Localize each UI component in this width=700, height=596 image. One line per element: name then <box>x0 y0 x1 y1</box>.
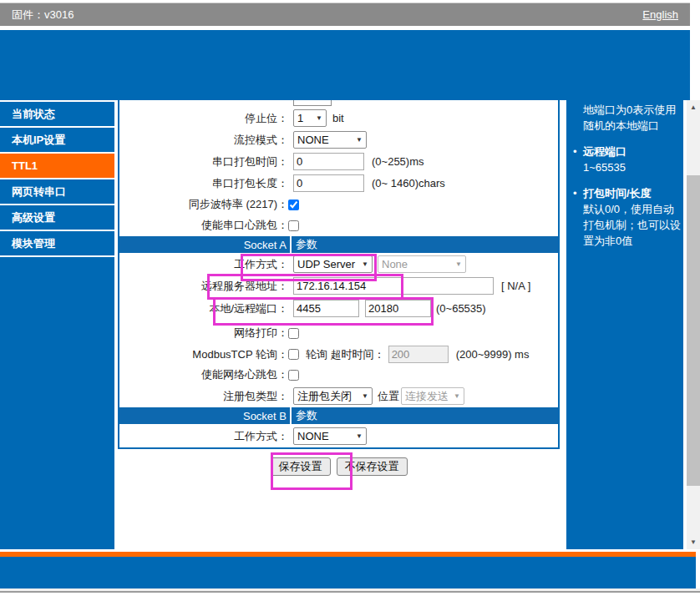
socket-a-subtitle: 参数 <box>290 236 558 253</box>
socket-a-title: Socket A <box>119 239 290 251</box>
footer-banner <box>0 557 696 588</box>
row-ports: 本地/远程端口： (0~65535) <box>119 300 558 317</box>
row-work-mode-b: 工作方式： NONE ▼ <box>119 427 558 445</box>
chevron-down-icon: ▼ <box>362 392 368 400</box>
row-flow-control: 流控模式： NONE ▼ <box>119 131 558 149</box>
modbus-label: ModbusTCP 轮询： <box>119 347 288 362</box>
pack-time-input[interactable] <box>293 153 364 170</box>
remote-server-hint: [ N/A ] <box>501 280 530 292</box>
pack-length-input[interactable] <box>293 174 364 192</box>
work-mode-a-label: 工作方式： <box>119 257 288 272</box>
flow-control-select[interactable]: NONE ▼ <box>293 131 367 149</box>
save-settings-button[interactable]: 保存设置 <box>271 457 331 476</box>
stop-bits-select[interactable]: 1 ▼ <box>293 109 327 127</box>
work-mode-a-select[interactable]: UDP Server ▼ <box>293 255 373 273</box>
sidebar-nav: 当前状态 本机IP设置 TTL1 网页转串口 高级设置 模块管理 <box>0 100 114 549</box>
modbus-timeout-input <box>388 346 449 363</box>
truncated-select[interactable] <box>293 100 332 106</box>
row-serial-heartbeat: 使能串口心跳包： <box>119 219 558 232</box>
ports-label: 本地/远程端口： <box>119 301 288 316</box>
socket-b-header: Socket B 参数 <box>119 407 558 424</box>
sidebar-item-local-ip[interactable]: 本机IP设置 <box>0 128 114 154</box>
net-heartbeat-checkbox[interactable] <box>288 370 299 381</box>
chevron-down-icon: ▼ <box>362 260 368 268</box>
pack-time-label: 串口打包时间： <box>119 154 288 169</box>
pack-time-hint: (0~255)ms <box>372 155 424 168</box>
settings-form-panel: 停止位： 1 ▼ bit 流控模式： NONE ▼ 串口打包时间： (0~255… <box>118 100 560 449</box>
chevron-down-icon: ▼ <box>455 260 462 268</box>
modbus-timeout-label: 轮询 超时时间： <box>306 347 385 362</box>
firmware-version-label: 固件：v3016 <box>12 8 74 23</box>
pack-length-label: 串口打包长度： <box>119 176 288 191</box>
chevron-down-icon: ▼ <box>356 432 363 440</box>
help-sidebar: 地端口为0表示使用 随机的本地端口 • 远程端口 1~65535 • 打包时间/… <box>566 100 683 549</box>
flow-control-label: 流控模式： <box>119 133 288 148</box>
scrollbar-thumb[interactable] <box>687 175 700 486</box>
row-sync-baud: 同步波特率 (2217)： <box>119 198 558 211</box>
reg-packet-label: 注册包类型： <box>119 389 288 404</box>
chevron-down-icon: ▼ <box>356 136 363 144</box>
bullet-icon: • <box>573 144 577 159</box>
chevron-down-icon: ▼ <box>316 114 322 122</box>
sidebar-item-module-manage[interactable]: 模块管理 <box>0 231 114 257</box>
work-mode-a-secondary-select: None ▼ <box>378 255 466 273</box>
socket-b-title: Socket B <box>119 410 290 422</box>
row-modbus: ModbusTCP 轮询： 轮询 超时时间： (200~9999) ms <box>119 346 558 363</box>
row-pack-length: 串口打包长度： (0~ 1460)chars <box>119 174 558 192</box>
pack-length-hint: (0~ 1460)chars <box>372 177 445 189</box>
header-banner <box>0 30 690 100</box>
bullet-icon: • <box>573 185 577 201</box>
reg-packet-pos-label: 位置 <box>378 389 399 404</box>
remote-server-label: 远程服务器地址： <box>119 279 288 294</box>
row-net-print: 网络打印： <box>119 326 558 340</box>
titlebar: 固件：v3016 English <box>0 3 690 26</box>
discard-settings-button[interactable]: 不保存设置 <box>337 457 408 476</box>
remote-port-input[interactable] <box>365 300 431 317</box>
modbus-checkbox[interactable] <box>288 349 299 360</box>
reg-packet-select[interactable]: 注册包关闭 ▼ <box>293 387 373 405</box>
vertical-scrollbar[interactable]: ▲ ▼ <box>687 100 700 549</box>
sync-baud-label: 同步波特率 (2217)： <box>119 197 288 212</box>
row-work-mode-a: 工作方式： UDP Server ▼ None ▼ <box>119 255 558 273</box>
reg-packet-pos-select: 连接发送 ▼ <box>401 387 464 405</box>
stop-bits-unit: bit <box>332 112 344 124</box>
form-actions: 保存设置 不保存设置 <box>118 457 560 476</box>
row-net-heartbeat: 使能网络心跳包： <box>119 368 558 381</box>
row-pack-time: 串口打包时间： (0~255)ms <box>119 153 558 170</box>
work-mode-b-label: 工作方式： <box>119 429 288 444</box>
serial-heartbeat-checkbox[interactable] <box>288 220 299 231</box>
sidebar-item-web-to-serial[interactable]: 网页转串口 <box>0 179 114 205</box>
stop-bits-label: 停止位： <box>119 111 288 126</box>
bottom-border-line <box>0 591 700 593</box>
modbus-hint: (200~9999) ms <box>456 348 530 361</box>
socket-b-subtitle: 参数 <box>290 407 558 424</box>
local-port-input[interactable] <box>293 300 359 317</box>
help-continuation: 地端口为0表示使用 随机的本地端口 <box>566 102 683 134</box>
scroll-down-icon[interactable]: ▼ <box>687 535 700 549</box>
net-print-checkbox[interactable] <box>288 328 299 339</box>
row-stop-bits: 停止位： 1 ▼ bit <box>119 109 558 127</box>
socket-a-header: Socket A 参数 <box>119 236 558 253</box>
row-reg-packet: 注册包类型： 注册包关闭 ▼ 位置 连接发送 ▼ <box>119 387 558 405</box>
scroll-up-icon[interactable]: ▲ <box>687 100 700 114</box>
serial-heartbeat-label: 使能串口心跳包： <box>119 218 288 233</box>
sync-baud-checkbox[interactable] <box>288 200 299 210</box>
sidebar-item-advanced[interactable]: 高级设置 <box>0 205 114 231</box>
row-remote-server: 远程服务器地址： [ N/A ] <box>119 277 558 295</box>
work-mode-b-select[interactable]: NONE ▼ <box>293 427 367 445</box>
net-print-label: 网络打印： <box>119 326 288 341</box>
sidebar-item-ttl1[interactable]: TTL1 <box>0 154 114 179</box>
sidebar-item-current-status[interactable]: 当前状态 <box>0 102 114 128</box>
net-heartbeat-label: 使能网络心跳包： <box>119 367 288 382</box>
remote-server-input[interactable] <box>293 277 494 295</box>
english-language-link[interactable]: English <box>642 8 678 21</box>
help-item-remote-port: • 远程端口 1~65535 <box>566 144 683 175</box>
ports-hint: (0~65535) <box>436 302 486 315</box>
help-item-pack-time-length: • 打包时间/长度 默认0/0，使用自动 打包机制；也可以设 置为非0值 <box>566 185 683 249</box>
chevron-down-icon: ▼ <box>454 392 460 400</box>
